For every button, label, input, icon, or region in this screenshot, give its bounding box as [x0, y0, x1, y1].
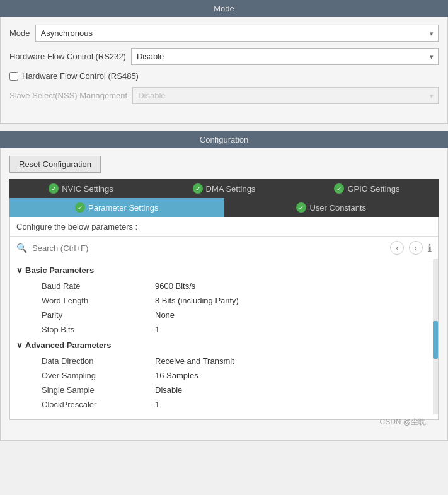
table-row: Single Sample Disable — [10, 383, 438, 397]
gpio-tab-label: GPIO Settings — [347, 184, 399, 194]
mode-section: Mode Mode Asynchronous Synchronous Singl… — [0, 0, 448, 124]
nvic-tab-label: NVIC Settings — [62, 184, 113, 194]
tab-dma-settings[interactable]: ✓ DMA Settings — [152, 179, 296, 198]
basic-params-header: ∨ Basic Parameters — [10, 262, 438, 279]
configure-label: Configure the below parameters : — [10, 217, 438, 237]
mode-select-wrapper: Asynchronous Synchronous Single Wire (Ha… — [35, 25, 439, 42]
gpio-check-icon: ✓ — [334, 183, 344, 194]
tab-gpio-settings[interactable]: ✓ GPIO Settings — [296, 179, 439, 198]
param-value-baud-rate: 9600 Bits/s — [155, 281, 195, 291]
params-list: ∨ Basic Parameters Baud Rate 9600 Bits/s… — [10, 259, 438, 414]
mode-field-row: Mode Asynchronous Synchronous Single Wir… — [9, 25, 439, 42]
hw-flow-rs485-label: Hardware Flow Control (RS485) — [22, 71, 139, 81]
scrollbar-track[interactable] — [433, 259, 438, 414]
hw-flow-rs232-select-wrapper: Disable Enable ▾ — [131, 48, 439, 65]
table-row: Word Length 8 Bits (including Parity) — [10, 293, 438, 308]
config-section: Configuration Reset Configuration ✓ NVIC… — [0, 131, 448, 441]
hw-flow-rs232-row: Hardware Flow Control (RS232) Disable En… — [9, 48, 439, 65]
param-tab-label: Parameter Settings — [88, 203, 158, 213]
tab-user-constants[interactable]: ✓ User Constants — [224, 198, 439, 217]
param-name-stop-bits: Stop Bits — [42, 325, 155, 334]
param-value-data-direction: Receive and Transmit — [155, 356, 234, 366]
param-name-clock-prescaler: ClockPrescaler — [42, 400, 155, 409]
search-input[interactable] — [32, 243, 385, 253]
info-icon[interactable]: ℹ — [428, 242, 432, 254]
param-value-single-sample: Disable — [155, 385, 182, 395]
params-container: ∨ Basic Parameters Baud Rate 9600 Bits/s… — [10, 259, 438, 414]
params-area: Configure the below parameters : 🔍 ‹ › ℹ… — [9, 217, 439, 420]
param-value-stop-bits: 1 — [155, 325, 159, 334]
table-row: ClockPrescaler 1 — [10, 397, 438, 412]
tabs-row-2: ✓ Parameter Settings ✓ User Constants — [9, 198, 439, 217]
param-name-over-sampling: Over Sampling — [42, 371, 155, 380]
mode-header: Mode — [0, 0, 448, 17]
tabs-row-1: ✓ NVIC Settings ✓ DMA Settings ✓ GPIO Se… — [9, 179, 439, 198]
table-row: Data Direction Receive and Transmit — [10, 354, 438, 368]
advanced-collapse-icon[interactable]: ∨ — [16, 341, 23, 350]
advanced-params-header: ∨ Advanced Parameters — [10, 337, 438, 354]
param-value-parity: None — [155, 310, 175, 320]
slave-select-wrapper: Disable Enable ▾ — [132, 87, 439, 104]
param-name-baud-rate: Baud Rate — [42, 281, 155, 291]
table-row: Parity None — [10, 308, 438, 322]
param-name-word-length: Word Length — [42, 296, 155, 305]
advanced-params-label: Advanced Parameters — [25, 341, 112, 350]
mode-select[interactable]: Asynchronous Synchronous Single Wire (Ha… — [35, 25, 439, 42]
user-tab-label: User Constants — [309, 203, 366, 213]
slave-select-label: Slave Select(NSS) Management — [9, 91, 127, 100]
reset-config-button[interactable]: Reset Configuration — [9, 156, 101, 173]
hw-flow-rs232-select[interactable]: Disable Enable — [131, 48, 439, 65]
table-row: Baud Rate 9600 Bits/s — [10, 279, 438, 293]
hw-flow-rs485-checkbox[interactable] — [9, 72, 18, 81]
param-value-over-sampling: 16 Samples — [155, 371, 198, 380]
param-name-data-direction: Data Direction — [42, 356, 155, 366]
table-row: Stop Bits 1 — [10, 322, 438, 337]
config-header: Configuration — [0, 131, 448, 148]
user-check-icon: ✓ — [296, 202, 306, 213]
basic-params-label: Basic Parameters — [25, 265, 94, 275]
slave-select: Disable Enable — [132, 87, 439, 104]
nvic-check-icon: ✓ — [49, 183, 59, 194]
hw-flow-rs485-row: Hardware Flow Control (RS485) — [9, 71, 439, 81]
tab-nvic-settings[interactable]: ✓ NVIC Settings — [9, 179, 152, 198]
param-name-single-sample: Single Sample — [42, 385, 155, 395]
param-check-icon: ✓ — [75, 202, 85, 213]
param-name-parity: Parity — [42, 310, 155, 320]
table-row: Over Sampling 16 Samples — [10, 368, 438, 383]
slave-select-row: Slave Select(NSS) Management Disable Ena… — [9, 87, 439, 104]
param-value-word-length: 8 Bits (including Parity) — [155, 296, 239, 305]
prev-nav-button[interactable]: ‹ — [390, 241, 404, 255]
next-nav-button[interactable]: › — [409, 241, 423, 255]
dma-tab-label: DMA Settings — [206, 184, 256, 194]
scrollbar-thumb[interactable] — [433, 321, 438, 359]
param-value-clock-prescaler: 1 — [155, 400, 159, 409]
search-icon: 🔍 — [16, 243, 27, 253]
mode-label: Mode — [9, 28, 30, 38]
tab-parameter-settings[interactable]: ✓ Parameter Settings — [9, 198, 224, 217]
dma-check-icon: ✓ — [193, 183, 203, 194]
watermark: CSDN @尘眈 — [379, 417, 426, 428]
basic-collapse-icon[interactable]: ∨ — [16, 265, 23, 275]
search-row: 🔍 ‹ › ℹ — [10, 237, 438, 259]
hw-flow-rs232-label: Hardware Flow Control (RS232) — [9, 52, 126, 61]
